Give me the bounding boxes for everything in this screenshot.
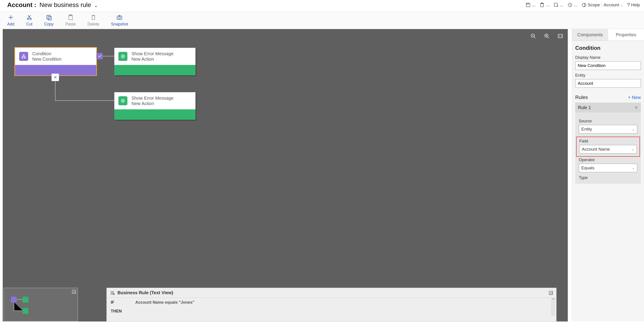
main: Condition New Condition ✕ Show Error Mes… (0, 29, 644, 322)
svg-rect-20 (24, 57, 26, 58)
svg-rect-17 (558, 34, 562, 38)
minimap-act1 (22, 297, 28, 302)
entity-name: Account : (7, 1, 36, 8)
designer-canvas[interactable]: Condition New Condition ✕ Show Error Mes… (3, 29, 568, 322)
text-view-body: IF THEN Account Name equals "Jones" ⌃ (107, 298, 556, 316)
circle-icon (568, 2, 572, 8)
list-settings-icon (110, 290, 115, 295)
validate-button[interactable]: ... (540, 2, 550, 8)
action-node-1[interactable]: Show Error Message New Action (114, 48, 196, 75)
field-label: Field (579, 139, 637, 144)
scope-icon (582, 2, 586, 8)
false-branch-icon[interactable]: ✕ (52, 74, 59, 81)
cut-button[interactable]: Cut (26, 14, 32, 26)
properties-section-title: Condition (575, 45, 641, 51)
close-icon[interactable]: ✕ (634, 105, 638, 110)
true-branch-icon[interactable] (96, 53, 103, 59)
save-plus-icon (554, 2, 558, 8)
svg-rect-19 (22, 57, 23, 58)
display-name-label: Display Name (575, 55, 641, 60)
minimap-cond (11, 297, 17, 302)
saveas-button[interactable]: ... (554, 2, 564, 8)
action-node-2[interactable]: Show Error Message New Action (114, 92, 196, 120)
title-right: ... ... ... ... Scope : Account ⌄ ? Help (526, 2, 640, 8)
chevron-down-icon: ⌄ (632, 166, 635, 170)
if-keyword: IF (111, 300, 122, 305)
properties-panel: Components Properties Condition Display … (572, 29, 644, 322)
svg-rect-1 (527, 3, 529, 4)
paste-icon (68, 14, 74, 20)
field-select[interactable]: Account Name ⌄ (579, 145, 637, 154)
chevron-down-icon[interactable]: ⌄ (94, 3, 98, 8)
scope-button[interactable]: Scope : Account ⌄ (582, 2, 623, 8)
tab-components[interactable]: Components (572, 29, 608, 40)
svg-rect-9 (47, 15, 50, 19)
toolbar: Add Cut Copy Paste Delete Snapshot (0, 12, 644, 29)
tab-properties[interactable]: Properties (608, 29, 644, 40)
clipboard-icon (540, 2, 544, 8)
if-expression: Account Name equals "Jones" (135, 300, 194, 305)
connector-lines (3, 29, 206, 146)
chevron-down-icon: ⌄ (620, 4, 623, 7)
rule-name: New business rule (40, 1, 91, 8)
help-button[interactable]: ? Help (627, 2, 640, 8)
rules-label: Rules (575, 94, 588, 100)
copy-icon (46, 14, 52, 20)
help-label: Help (631, 2, 640, 8)
action-title: Show Error Message (132, 95, 174, 101)
condition-title: Condition (32, 51, 62, 56)
rule-1-label: Rule 1 (578, 105, 591, 110)
add-button[interactable]: Add (7, 14, 14, 26)
source-value: Entity (581, 127, 592, 132)
snapshot-button[interactable]: Snapshot (111, 14, 128, 26)
title-left[interactable]: Account : New business rule ⌄ (7, 1, 98, 8)
scissors-icon (26, 14, 32, 20)
activate-button[interactable]: ... (568, 2, 578, 8)
text-view-scrollbar[interactable]: ⌃ (551, 298, 556, 316)
error-icon (118, 52, 128, 61)
fit-screen-icon[interactable] (558, 33, 563, 39)
operator-select[interactable]: Equals ⌄ (579, 164, 637, 172)
canvas-controls (530, 33, 563, 39)
chevron-up-icon[interactable]: ⌃ (551, 298, 556, 302)
title-bar: Account : New business rule ⌄ ... ... ..… (0, 0, 644, 12)
svg-rect-18 (23, 54, 24, 56)
action-sub: New Action (132, 101, 174, 106)
flow-icon (19, 52, 28, 61)
zoom-out-icon[interactable] (530, 33, 536, 39)
svg-point-6 (582, 3, 586, 7)
plus-icon (8, 14, 14, 20)
svg-point-25 (113, 293, 114, 295)
svg-point-14 (118, 17, 121, 19)
entity-input[interactable] (575, 79, 641, 88)
operator-label: Operator (579, 158, 637, 162)
zoom-in-icon[interactable] (544, 33, 550, 39)
scope-label: Scope : (588, 2, 602, 8)
action-sub: New Action (132, 56, 174, 62)
source-select[interactable]: Entity ⌄ (579, 125, 637, 134)
rule-1-header[interactable]: Rule 1 ✕ (575, 102, 641, 112)
add-rule-button[interactable]: + New (628, 95, 641, 100)
save-icon (526, 2, 530, 8)
error-icon (118, 96, 128, 105)
entity-label: Entity (575, 73, 641, 78)
dock-icon[interactable] (548, 290, 553, 295)
scope-value: Account (604, 2, 619, 8)
chevron-down-icon: ⌄ (632, 128, 635, 131)
minimap[interactable] (4, 288, 78, 322)
condition-node[interactable]: Condition New Condition (15, 48, 96, 75)
action-title: Show Error Message (132, 51, 174, 56)
delete-button[interactable]: Delete (88, 14, 99, 26)
copy-button[interactable]: Copy (44, 14, 54, 26)
text-view: Business Rule (Text View) IF THEN Accoun… (106, 288, 556, 322)
type-label: Type (579, 176, 637, 180)
text-view-title: Business Rule (Text View) (118, 290, 173, 295)
operator-value: Equals (581, 166, 594, 170)
save-button[interactable]: ... (526, 2, 536, 8)
display-name-input[interactable] (575, 61, 641, 70)
minimap-act2 (22, 308, 28, 314)
condition-sub: New Condition (32, 56, 62, 62)
svg-rect-10 (48, 16, 52, 20)
paste-button[interactable]: Paste (66, 14, 76, 26)
svg-rect-27 (551, 293, 552, 294)
